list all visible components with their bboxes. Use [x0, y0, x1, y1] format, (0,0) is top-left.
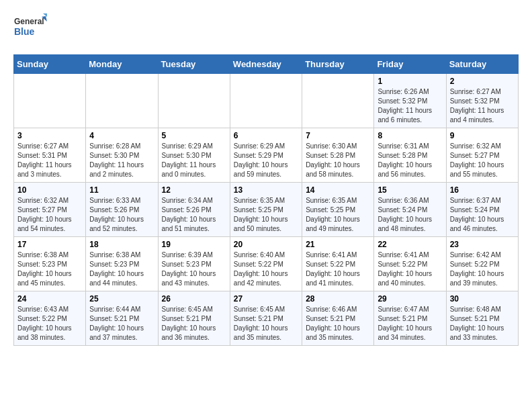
- calendar-cell: 26Sunrise: 6:45 AM Sunset: 5:21 PM Dayli…: [158, 291, 230, 346]
- calendar-cell: 28Sunrise: 6:46 AM Sunset: 5:21 PM Dayli…: [302, 291, 374, 346]
- calendar-week-row: 24Sunrise: 6:43 AM Sunset: 5:22 PM Dayli…: [14, 291, 519, 346]
- day-number: 27: [234, 294, 298, 304]
- day-number: 3: [17, 131, 82, 140]
- calendar-cell: 25Sunrise: 6:44 AM Sunset: 5:21 PM Dayli…: [86, 291, 158, 346]
- day-info: Sunrise: 6:26 AM Sunset: 5:32 PM Dayligh…: [378, 87, 442, 125]
- calendar-cell: 12Sunrise: 6:34 AM Sunset: 5:26 PM Dayli…: [158, 183, 230, 237]
- weekday-header-monday: Monday: [86, 55, 158, 74]
- day-number: 6: [234, 131, 298, 140]
- day-number: 11: [89, 185, 154, 195]
- calendar-cell: 11Sunrise: 6:33 AM Sunset: 5:26 PM Dayli…: [86, 183, 158, 237]
- day-number: 24: [17, 294, 82, 304]
- day-info: Sunrise: 6:28 AM Sunset: 5:30 PM Dayligh…: [89, 142, 154, 179]
- calendar-cell: 23Sunrise: 6:42 AM Sunset: 5:22 PM Dayli…: [446, 237, 518, 291]
- calendar-cell: 16Sunrise: 6:37 AM Sunset: 5:24 PM Dayli…: [446, 183, 518, 237]
- day-info: Sunrise: 6:27 AM Sunset: 5:31 PM Dayligh…: [17, 142, 82, 179]
- day-info: Sunrise: 6:41 AM Sunset: 5:22 PM Dayligh…: [378, 250, 442, 288]
- weekday-header-saturday: Saturday: [446, 55, 518, 74]
- day-number: 9: [450, 131, 515, 140]
- day-number: 28: [306, 294, 370, 304]
- day-info: Sunrise: 6:46 AM Sunset: 5:21 PM Dayligh…: [306, 305, 370, 342]
- calendar-cell: 3Sunrise: 6:27 AM Sunset: 5:31 PM Daylig…: [14, 128, 86, 183]
- day-number: 1: [378, 77, 442, 86]
- calendar-cell: 1Sunrise: 6:26 AM Sunset: 5:32 PM Daylig…: [374, 74, 446, 128]
- calendar-cell: 22Sunrise: 6:41 AM Sunset: 5:22 PM Dayli…: [374, 237, 446, 291]
- day-number: 5: [162, 131, 226, 140]
- day-number: 26: [162, 294, 226, 304]
- calendar-cell: 27Sunrise: 6:45 AM Sunset: 5:21 PM Dayli…: [230, 291, 302, 346]
- day-info: Sunrise: 6:38 AM Sunset: 5:23 PM Dayligh…: [89, 250, 154, 288]
- calendar-cell: 29Sunrise: 6:47 AM Sunset: 5:21 PM Dayli…: [374, 291, 446, 346]
- day-info: Sunrise: 6:31 AM Sunset: 5:28 PM Dayligh…: [378, 142, 442, 179]
- calendar-cell: 4Sunrise: 6:28 AM Sunset: 5:30 PM Daylig…: [86, 128, 158, 183]
- calendar-week-row: 17Sunrise: 6:38 AM Sunset: 5:23 PM Dayli…: [14, 237, 519, 291]
- day-number: 2: [450, 77, 515, 86]
- day-info: Sunrise: 6:29 AM Sunset: 5:30 PM Dayligh…: [162, 142, 226, 179]
- day-info: Sunrise: 6:35 AM Sunset: 5:25 PM Dayligh…: [234, 196, 298, 234]
- header: General Blue: [13, 13, 519, 44]
- calendar-cell: 8Sunrise: 6:31 AM Sunset: 5:28 PM Daylig…: [374, 128, 446, 183]
- day-info: Sunrise: 6:32 AM Sunset: 5:27 PM Dayligh…: [450, 142, 515, 179]
- day-number: 16: [450, 185, 515, 195]
- day-info: Sunrise: 6:45 AM Sunset: 5:21 PM Dayligh…: [234, 305, 298, 342]
- day-info: Sunrise: 6:41 AM Sunset: 5:22 PM Dayligh…: [306, 250, 370, 288]
- calendar-week-row: 1Sunrise: 6:26 AM Sunset: 5:32 PM Daylig…: [14, 74, 519, 128]
- calendar-cell: 6Sunrise: 6:29 AM Sunset: 5:29 PM Daylig…: [230, 128, 302, 183]
- day-number: 13: [234, 185, 298, 195]
- weekday-header-wednesday: Wednesday: [230, 55, 302, 74]
- weekday-header-thursday: Thursday: [302, 55, 374, 74]
- day-info: Sunrise: 6:27 AM Sunset: 5:32 PM Dayligh…: [450, 87, 515, 125]
- calendar-week-row: 3Sunrise: 6:27 AM Sunset: 5:31 PM Daylig…: [14, 128, 519, 183]
- calendar-cell: 5Sunrise: 6:29 AM Sunset: 5:30 PM Daylig…: [158, 128, 230, 183]
- day-info: Sunrise: 6:34 AM Sunset: 5:26 PM Dayligh…: [162, 196, 226, 234]
- calendar-cell: 19Sunrise: 6:39 AM Sunset: 5:23 PM Dayli…: [158, 237, 230, 291]
- day-number: 14: [306, 185, 370, 195]
- day-info: Sunrise: 6:47 AM Sunset: 5:21 PM Dayligh…: [378, 305, 442, 342]
- weekday-header-friday: Friday: [374, 55, 446, 74]
- weekday-header-row: SundayMondayTuesdayWednesdayThursdayFrid…: [14, 55, 519, 74]
- day-info: Sunrise: 6:32 AM Sunset: 5:27 PM Dayligh…: [17, 196, 82, 234]
- day-number: 19: [162, 240, 226, 249]
- day-info: Sunrise: 6:33 AM Sunset: 5:26 PM Dayligh…: [89, 196, 154, 234]
- day-number: 10: [17, 185, 82, 195]
- day-number: 21: [306, 240, 370, 249]
- calendar-cell: 18Sunrise: 6:38 AM Sunset: 5:23 PM Dayli…: [86, 237, 158, 291]
- day-number: 15: [378, 185, 442, 195]
- day-info: Sunrise: 6:35 AM Sunset: 5:25 PM Dayligh…: [306, 196, 370, 234]
- calendar-cell: 13Sunrise: 6:35 AM Sunset: 5:25 PM Dayli…: [230, 183, 302, 237]
- day-info: Sunrise: 6:29 AM Sunset: 5:29 PM Dayligh…: [234, 142, 298, 179]
- svg-text:Blue: Blue: [14, 26, 35, 37]
- day-number: 25: [89, 294, 154, 304]
- calendar-cell: 2Sunrise: 6:27 AM Sunset: 5:32 PM Daylig…: [446, 74, 518, 128]
- calendar-cell: 15Sunrise: 6:36 AM Sunset: 5:24 PM Dayli…: [374, 183, 446, 237]
- day-info: Sunrise: 6:37 AM Sunset: 5:24 PM Dayligh…: [450, 196, 515, 234]
- calendar-cell: 10Sunrise: 6:32 AM Sunset: 5:27 PM Dayli…: [14, 183, 86, 237]
- calendar-cell: 14Sunrise: 6:35 AM Sunset: 5:25 PM Dayli…: [302, 183, 374, 237]
- day-info: Sunrise: 6:30 AM Sunset: 5:28 PM Dayligh…: [306, 142, 370, 179]
- day-info: Sunrise: 6:43 AM Sunset: 5:22 PM Dayligh…: [17, 305, 82, 342]
- calendar-table: SundayMondayTuesdayWednesdayThursdayFrid…: [13, 54, 519, 346]
- day-info: Sunrise: 6:44 AM Sunset: 5:21 PM Dayligh…: [89, 305, 154, 342]
- day-info: Sunrise: 6:45 AM Sunset: 5:21 PM Dayligh…: [162, 305, 226, 342]
- calendar-cell: [86, 74, 158, 128]
- calendar-cell: [230, 74, 302, 128]
- logo-icon: General Blue: [13, 13, 47, 44]
- day-number: 20: [234, 240, 298, 249]
- day-number: 29: [378, 294, 442, 304]
- day-number: 12: [162, 185, 226, 195]
- logo: General Blue: [13, 13, 47, 44]
- calendar-cell: 21Sunrise: 6:41 AM Sunset: 5:22 PM Dayli…: [302, 237, 374, 291]
- calendar-cell: 24Sunrise: 6:43 AM Sunset: 5:22 PM Dayli…: [14, 291, 86, 346]
- weekday-header-tuesday: Tuesday: [158, 55, 230, 74]
- day-number: 22: [378, 240, 442, 249]
- day-info: Sunrise: 6:38 AM Sunset: 5:23 PM Dayligh…: [17, 250, 82, 288]
- day-info: Sunrise: 6:39 AM Sunset: 5:23 PM Dayligh…: [162, 250, 226, 288]
- day-number: 8: [378, 131, 442, 140]
- day-number: 4: [89, 131, 154, 140]
- day-number: 30: [450, 294, 515, 304]
- calendar-cell: [302, 74, 374, 128]
- calendar-cell: [14, 74, 86, 128]
- day-number: 18: [89, 240, 154, 249]
- calendar-cell: 17Sunrise: 6:38 AM Sunset: 5:23 PM Dayli…: [14, 237, 86, 291]
- day-info: Sunrise: 6:48 AM Sunset: 5:21 PM Dayligh…: [450, 305, 515, 342]
